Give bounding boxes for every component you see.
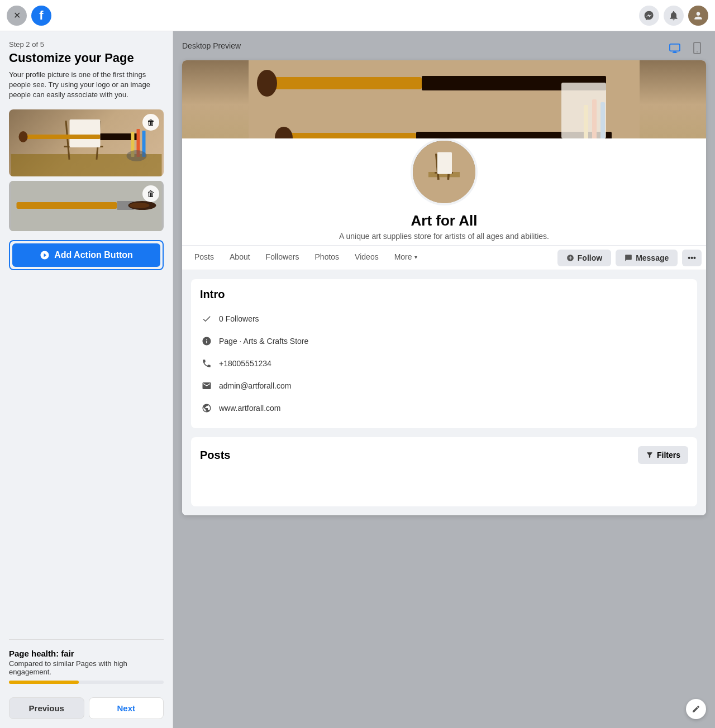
messenger-icon[interactable]	[639, 6, 659, 26]
svg-point-16	[130, 203, 150, 208]
page-name: Art for All	[191, 212, 697, 229]
followers-icon	[200, 312, 213, 325]
svg-rect-13	[17, 202, 117, 209]
add-action-button[interactable]: Add Action Button	[12, 243, 160, 267]
image-preview-1: 🗑	[9, 109, 164, 176]
email-address: admin@artforall.com	[219, 381, 291, 390]
user-avatar[interactable]	[688, 6, 708, 26]
svg-rect-1	[65, 121, 70, 160]
facebook-logo: f	[31, 6, 51, 26]
page-tagline: A unique art supplies store for artists …	[191, 232, 697, 241]
filters-button[interactable]: Filters	[638, 446, 688, 464]
health-bar-background	[9, 681, 164, 684]
page-health-title: Page health: fair	[9, 649, 164, 658]
phone-row: +18005551234	[200, 352, 688, 375]
svg-rect-18	[673, 51, 676, 52]
nav-item-photos[interactable]: Photos	[307, 246, 347, 270]
intro-card: Intro 0 Followers Page · Arts & Craft	[191, 279, 697, 428]
right-preview-panel: Desktop Preview	[173, 31, 715, 728]
next-button[interactable]: Next	[89, 697, 164, 719]
intro-title: Intro	[200, 288, 688, 301]
posts-empty-area	[200, 464, 688, 497]
left-panel: Step 2 of 5 Customize your Page Your pro…	[0, 31, 173, 728]
followers-count: 0 Followers	[219, 314, 259, 323]
image-preview-2: 🗑	[9, 181, 164, 231]
panel-title: Customize your Page	[9, 51, 164, 65]
notifications-icon[interactable]	[664, 6, 684, 26]
svg-rect-23	[265, 77, 422, 89]
globe-icon	[200, 401, 213, 415]
page-health-description: Compared to similar Pages with high enga…	[9, 659, 164, 676]
health-bar-fill	[9, 681, 79, 684]
svg-rect-19	[673, 52, 678, 53]
svg-point-21	[697, 51, 698, 52]
posts-title: Posts	[200, 449, 230, 462]
svg-rect-17	[670, 44, 680, 51]
svg-rect-5	[22, 135, 101, 139]
bottom-navigation: Previous Next	[9, 693, 164, 719]
desktop-view-icon[interactable]	[666, 40, 684, 56]
page-type-text: Page · Arts & Crafts Store	[219, 337, 308, 346]
follow-button[interactable]: Follow	[557, 250, 611, 266]
posts-header: Posts Filters	[200, 446, 688, 464]
website-row: www.artforall.com	[200, 397, 688, 419]
top-bar: ✕ f	[0, 0, 715, 31]
svg-rect-39	[437, 152, 452, 174]
more-actions-button[interactable]: •••	[682, 250, 702, 266]
mobile-view-icon[interactable]	[688, 40, 706, 56]
delete-image-1-button[interactable]: 🗑	[142, 114, 159, 131]
edit-fab-button[interactable]	[686, 699, 706, 719]
info-icon	[200, 334, 213, 348]
desktop-preview-label: Desktop Preview	[182, 41, 241, 50]
svg-rect-4	[70, 119, 101, 147]
nav-item-about[interactable]: About	[222, 246, 258, 270]
svg-point-25	[257, 70, 277, 97]
close-icon[interactable]: ✕	[7, 6, 27, 26]
panel-description: Your profile picture is one of the first…	[9, 70, 164, 100]
svg-point-7	[19, 131, 28, 142]
step-label: Step 2 of 5	[9, 40, 164, 49]
add-action-button-wrapper: Add Action Button	[9, 240, 164, 270]
chevron-down-icon: ▾	[414, 254, 417, 260]
page-health-section: Page health: fair Compared to similar Pa…	[9, 639, 164, 719]
nav-item-posts[interactable]: Posts	[187, 246, 222, 270]
followers-row: 0 Followers	[200, 308, 688, 330]
email-icon	[200, 379, 213, 392]
phone-icon	[200, 357, 213, 370]
page-navigation: Posts About Followers Photos Videos	[182, 245, 706, 270]
svg-rect-33	[561, 83, 606, 138]
page-type-row: Page · Arts & Crafts Store	[200, 330, 688, 352]
nav-item-more[interactable]: More ▾	[387, 246, 425, 270]
message-button[interactable]: Message	[616, 250, 678, 266]
website-url: www.artforall.com	[219, 404, 280, 413]
profile-picture	[411, 138, 478, 205]
posts-card: Posts Filters	[191, 437, 697, 506]
page-name-area: Art for All A unique art supplies store …	[182, 205, 706, 245]
previous-button[interactable]: Previous	[9, 697, 84, 719]
svg-point-11	[127, 150, 147, 161]
phone-number: +18005551234	[219, 359, 271, 368]
delete-image-2-button[interactable]: 🗑	[142, 185, 159, 202]
email-row: admin@artforall.com	[200, 375, 688, 397]
nav-item-videos[interactable]: Videos	[347, 246, 387, 270]
nav-item-followers[interactable]: Followers	[258, 246, 307, 270]
fb-page-preview: Art for All A unique art supplies store …	[182, 60, 706, 515]
page-action-buttons: Follow Message •••	[557, 250, 702, 266]
